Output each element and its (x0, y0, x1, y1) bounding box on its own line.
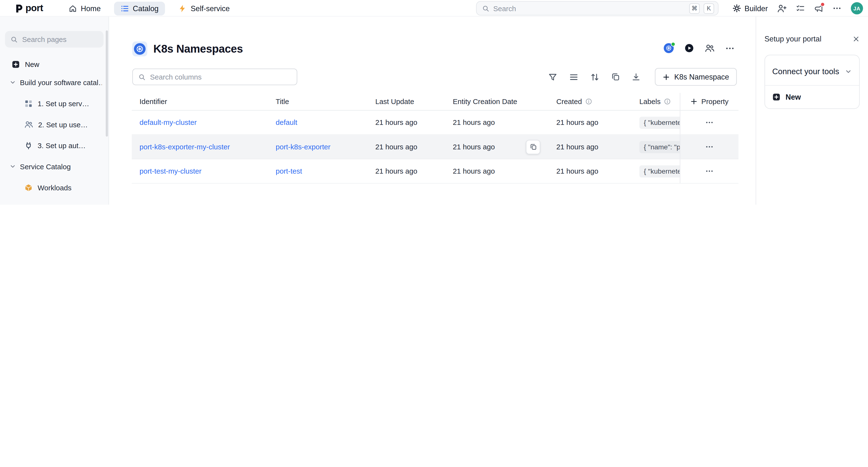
sidebar-item-setup-service[interactable]: 1. Set up serv… (0, 93, 108, 114)
entity-creation-date-value: 21 hours ago (453, 142, 495, 151)
topbar-left: port Home Catalog Self-service (14, 0, 243, 16)
row-menu-button[interactable] (703, 165, 716, 177)
column-header-identifier[interactable]: Identifier (132, 93, 268, 110)
close-button[interactable] (852, 35, 860, 43)
column-header-last-update[interactable]: Last Update (368, 93, 445, 110)
app-window: port Home Catalog Self-service ⌘ K (0, 0, 868, 205)
page-actions (663, 43, 735, 53)
row-menu-button[interactable] (703, 140, 716, 153)
table-toolbar: K8s Namespace (132, 68, 737, 86)
blocks-icon (24, 99, 33, 107)
global-search-input[interactable] (493, 4, 685, 12)
column-header-labels[interactable]: Labels (631, 93, 680, 110)
builder-label: Builder (744, 4, 768, 12)
ellipsis-icon (705, 118, 714, 127)
export-button[interactable] (631, 72, 640, 81)
plus-square-icon (12, 60, 20, 68)
plus-square-icon (772, 93, 780, 101)
table-row[interactable]: default-my-cluster default 21 hours ago … (132, 110, 739, 135)
sidebar-search[interactable] (5, 31, 104, 47)
title-link[interactable]: port-k8s-exporter (276, 142, 331, 151)
group-by-button[interactable] (569, 72, 579, 82)
table-row[interactable]: port-k8s-exporter-my-cluster port-k8s-ex… (132, 135, 739, 159)
chevron-down-icon (845, 68, 852, 75)
title-link[interactable]: default (276, 118, 297, 127)
filter-button[interactable] (548, 72, 558, 82)
shortcut-cmd-key: ⌘ (689, 3, 700, 13)
table-row[interactable]: port-test-my-cluster port-test 21 hours … (132, 159, 739, 184)
column-header-actions: Property (680, 93, 739, 110)
lightning-bolt-icon (178, 4, 187, 12)
setup-panel-title: Setup your portal (765, 35, 822, 43)
sort-button[interactable] (590, 72, 599, 82)
last-update-value: 21 hours ago (375, 142, 417, 151)
port-logo[interactable]: port (14, 3, 43, 14)
copy-cell-button[interactable] (526, 140, 540, 154)
services-cube-icon (24, 204, 33, 205)
connect-tools-header[interactable]: Connect your tools (765, 55, 859, 86)
ellipsis-icon (725, 43, 735, 53)
connect-tools-card: Connect your tools New (765, 55, 860, 109)
chevron-down-icon (9, 79, 16, 86)
search-columns-input[interactable] (150, 73, 291, 81)
gear-icon (732, 4, 741, 12)
people-icon (24, 120, 33, 129)
filter-icon (548, 72, 558, 82)
catalog-list-icon (121, 4, 129, 12)
sidebar-new-button[interactable]: New (0, 57, 108, 72)
avatar[interactable]: JA (851, 2, 863, 14)
identifier-link[interactable]: port-test-my-cluster (140, 167, 202, 175)
copy-icon (529, 143, 537, 151)
search-icon (138, 73, 146, 80)
sidebar-section-service-catalog[interactable]: Service Catalog (0, 156, 108, 177)
entity-creation-date-value: 21 hours ago (453, 167, 495, 175)
port-logo-icon (14, 3, 25, 13)
more-menu-button[interactable] (833, 4, 841, 12)
plug-icon (24, 141, 33, 149)
nav-self-service[interactable]: Self-service (172, 1, 237, 15)
sync-status-dot (671, 42, 675, 46)
data-source-button[interactable] (663, 43, 674, 53)
play-button[interactable] (684, 43, 694, 53)
identifier-link[interactable]: default-my-cluster (140, 118, 197, 127)
invite-users-button[interactable] (777, 4, 787, 13)
sidebar-search-input[interactable] (22, 35, 98, 43)
search-columns[interactable] (132, 69, 297, 85)
column-header-entity-creation-date[interactable]: Entity Creation Date (445, 93, 549, 110)
audience-button[interactable] (705, 43, 715, 53)
rows-icon (569, 72, 579, 82)
person-add-icon (777, 4, 787, 13)
builder-button[interactable]: Builder (732, 4, 768, 12)
topbar: port Home Catalog Self-service ⌘ K (0, 0, 868, 16)
add-entity-button[interactable]: K8s Namespace (655, 68, 737, 86)
sidebar-scrollbar[interactable] (106, 30, 108, 136)
sidebar-item-workloads[interactable]: Workloads (0, 177, 108, 198)
info-icon[interactable] (585, 98, 592, 105)
global-search[interactable]: ⌘ K (476, 1, 718, 15)
page-title: K8s Namespaces (153, 43, 243, 55)
column-header-created[interactable]: Created (549, 93, 631, 110)
info-icon[interactable] (664, 98, 671, 105)
sidebar-item-setup-automations[interactable]: 3. Set up aut… (0, 135, 108, 156)
nav-catalog-label: Catalog (133, 4, 158, 12)
nav-home[interactable]: Home (62, 1, 107, 15)
copy-table-button[interactable] (611, 72, 620, 81)
kubernetes-icon (134, 43, 146, 55)
sidebar-item-services[interactable]: Services (0, 198, 108, 205)
last-update-value: 21 hours ago (375, 167, 417, 175)
setup-new-button[interactable]: New (765, 86, 859, 108)
page-header: K8s Namespaces (132, 41, 243, 57)
sidebar-item-setup-users[interactable]: 2. Set up use… (0, 114, 108, 135)
notifications-button[interactable] (814, 4, 823, 12)
identifier-link[interactable]: port-k8s-exporter-my-cluster (140, 142, 230, 151)
page-more-button[interactable] (725, 43, 735, 53)
row-menu-button[interactable] (703, 116, 716, 129)
people-icon (705, 43, 715, 53)
search-icon (10, 36, 18, 43)
sidebar-section-build-catalog[interactable]: Build your software catal… (0, 72, 108, 93)
title-link[interactable]: port-test (276, 167, 302, 175)
add-property-button[interactable]: Property (690, 97, 729, 105)
column-header-title[interactable]: Title (268, 93, 368, 110)
nav-catalog[interactable]: Catalog (114, 1, 165, 15)
checklist-button[interactable] (796, 4, 805, 12)
